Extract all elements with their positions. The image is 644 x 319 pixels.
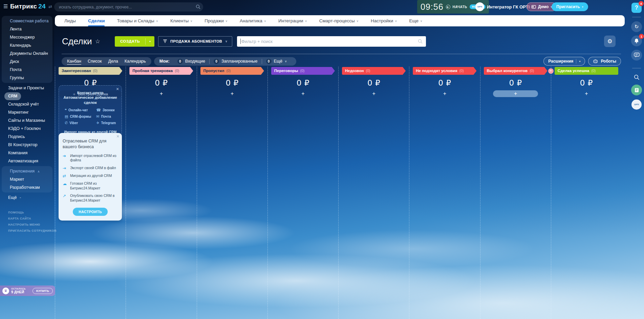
switch-portal-icon[interactable]: ⇄: [48, 4, 52, 9]
start-workday-label[interactable]: НАЧАТЬ: [453, 5, 467, 9]
buy-button[interactable]: КУПИТЬ: [33, 288, 53, 294]
sidebar-item[interactable]: CRM: [0, 92, 54, 100]
view-tab[interactable]: Дела: [108, 59, 118, 64]
column-add-badge[interactable]: +: [548, 68, 554, 74]
invite-button[interactable]: Пригласить ▾: [552, 2, 588, 11]
notifications-button[interactable]: 1: [631, 36, 642, 46]
crm-nav-bar: Лиды Сделки Товары и Склады ∨ Клиенты ∨: [55, 15, 625, 26]
sidebar-item[interactable]: Сайты и Магазины: [0, 116, 54, 124]
column-sum: 0 ₽: [551, 78, 622, 87]
logo[interactable]: Битрикс24: [10, 3, 46, 10]
sidebar-item[interactable]: Лента: [2, 25, 52, 33]
kanban-column-header[interactable]: Пробная тренировка (0): [129, 67, 193, 75]
filter-preset-button[interactable]: ПРОДАЖА АБОНЕМЕНТОВ ∨: [158, 36, 232, 47]
crm-nav-tab[interactable]: Аналитика ∨: [240, 15, 266, 26]
board-settings-button[interactable]: ⚙: [604, 36, 616, 47]
kanban-column-header[interactable]: Не подходят условия (0): [413, 67, 476, 75]
crm-nav-tab[interactable]: Лиды: [64, 15, 76, 26]
sidebar-item[interactable]: Маркет: [2, 175, 52, 183]
rail-avatar[interactable]: OPTI: [631, 99, 642, 110]
messenger-button[interactable]: [631, 50, 642, 61]
add-deal-button[interactable]: +: [301, 91, 304, 96]
crm-nav-tab[interactable]: Настройки ∨: [371, 15, 397, 26]
sidebar-item[interactable]: Разработчикам: [2, 183, 52, 191]
close-icon[interactable]: ×: [116, 87, 119, 91]
view-tab[interactable]: Календарь: [125, 59, 146, 64]
close-icon[interactable]: ×: [116, 134, 119, 139]
kanban-column-header[interactable]: Выбрал конкурентов (0): [484, 67, 548, 75]
sidebar-item[interactable]: Почта: [2, 66, 52, 74]
crm-option-item[interactable]: ☁ Готовая CRM из Битрикс24.Маркет: [63, 181, 118, 190]
counter-item[interactable]: 0 Запланированные: [209, 59, 262, 64]
view-tab[interactable]: Канбан: [67, 59, 81, 64]
favorite-star-icon[interactable]: ☆: [95, 38, 100, 45]
create-deal-button[interactable]: СОЗДАТЬ ▾: [115, 36, 154, 47]
caret-down-icon[interactable]: ▾: [146, 40, 154, 43]
counter-item[interactable]: 0 Входящие: [173, 59, 209, 64]
sidebar-item-more[interactable]: Ещё -: [0, 193, 54, 202]
crm-nav-tab[interactable]: Товары и Склады ∨: [117, 15, 158, 26]
kanban-column-header[interactable]: Заинтересован (0): [59, 67, 122, 75]
crm-nav-tab[interactable]: Смарт-процессы ∨: [319, 15, 359, 26]
kanban-column-header[interactable]: Недозвон (0): [342, 67, 406, 75]
sidebar-footer-link[interactable]: ПОМОЩЬ: [8, 211, 57, 214]
channel-item[interactable]: ✈ Telegram: [96, 121, 116, 125]
channel-item[interactable]: ☎ Звонки: [96, 108, 116, 112]
add-deal-button[interactable]: +: [160, 91, 163, 96]
rail-search-button[interactable]: [631, 72, 642, 82]
counter-item[interactable]: 0 Ещё ∨: [262, 59, 291, 64]
sidebar-item[interactable]: КЭДО + Госключ: [0, 124, 54, 133]
add-deal-button[interactable]: +: [231, 91, 234, 96]
account-menu[interactable]: OPTI Интегратор ГК OPTI ▾: [475, 2, 534, 11]
sidebar-group-header-apps[interactable]: Приложения ∧: [2, 167, 52, 175]
global-search-input[interactable]: [54, 2, 203, 12]
crm-nav-tab[interactable]: Еще ∨: [409, 15, 422, 26]
sidebar-item[interactable]: Складской учёт: [0, 100, 54, 108]
configure-button[interactable]: НАСТРОИТЬ: [73, 208, 108, 216]
sidebar-item[interactable]: BI Конструктор: [0, 141, 54, 149]
channel-item[interactable]: ▤ CRM-формы: [65, 114, 91, 119]
channel-item[interactable]: ❝ Онлайн-чат: [65, 108, 91, 112]
sidebar-item[interactable]: Группы: [2, 74, 52, 82]
add-deal-button[interactable]: +: [372, 91, 375, 96]
channel-item[interactable]: ✉ Почта: [96, 114, 116, 119]
add-deal-button[interactable]: +: [443, 91, 446, 96]
sidebar-item[interactable]: Подпись: [0, 133, 54, 141]
extensions-button[interactable]: Расширения ▾: [543, 57, 585, 66]
add-deal-button[interactable]: +: [585, 91, 588, 96]
sidebar-item[interactable]: Задачи и Проекты: [0, 84, 54, 92]
sidebar-footer-link[interactable]: ПРИГЛАСИТЬ СОТРУДНИКОВ: [8, 229, 57, 232]
sidebar-footer-link[interactable]: НАСТРОИТЬ МЕНЮ: [8, 223, 57, 226]
crm-option-item[interactable]: ↗ Опубликовать свою CRM в Битрикс24.Марк…: [63, 193, 118, 203]
help-counter-badge: 4: [639, 1, 644, 6]
channel-item[interactable]: ✆ Viber: [65, 121, 91, 125]
sidebar-group-header-collaboration[interactable]: Совместная работа ∧: [2, 17, 52, 25]
robots-button[interactable]: Роботы: [588, 57, 621, 66]
kanban-column-header[interactable]: Переговоры (0): [271, 67, 335, 75]
crm-option-item[interactable]: ⇥ Экспорт своей CRM в файл: [63, 166, 118, 170]
crm-nav-tab[interactable]: Продажи ∨: [205, 15, 228, 26]
crm-option-item[interactable]: ➔ Импорт отраслевой CRM из файла: [63, 154, 118, 163]
view-tab[interactable]: Список: [88, 59, 102, 64]
add-deal-button[interactable]: +: [514, 91, 517, 96]
filter-search-input[interactable]: [241, 39, 418, 44]
sidebar-item[interactable]: Календарь: [2, 41, 52, 49]
sidebar-footer-link[interactable]: КАРТА САЙТА: [8, 217, 57, 220]
crm-nav-tab[interactable]: Интеграции ∨: [278, 15, 307, 26]
crm-option-item[interactable]: ⇄ Миграция из другой CRM: [63, 174, 118, 178]
timeman-button[interactable]: ↻: [631, 21, 642, 32]
kanban-column-header[interactable]: Сделка успешна (0): [555, 67, 618, 75]
caret-down-icon[interactable]: ▾: [579, 60, 580, 63]
sidebar-item[interactable]: Диск: [2, 58, 52, 66]
sidebar-item[interactable]: Компания: [0, 149, 54, 157]
sidebar-item[interactable]: Мессенджер: [2, 33, 52, 41]
help-button[interactable]: ? 4: [631, 3, 642, 13]
news-button[interactable]: [631, 85, 642, 95]
menu-burger-icon[interactable]: ☰: [3, 3, 8, 9]
sidebar-item[interactable]: Автоматизация: [0, 157, 54, 165]
crm-nav-tab[interactable]: Клиенты ∨: [170, 15, 192, 26]
sidebar-item[interactable]: Документы Онлайн: [2, 49, 52, 58]
sidebar-item[interactable]: Маркетинг: [0, 108, 54, 116]
kanban-column-header[interactable]: Пропустил (0): [200, 67, 264, 75]
crm-nav-tab[interactable]: Сделки: [88, 15, 105, 26]
